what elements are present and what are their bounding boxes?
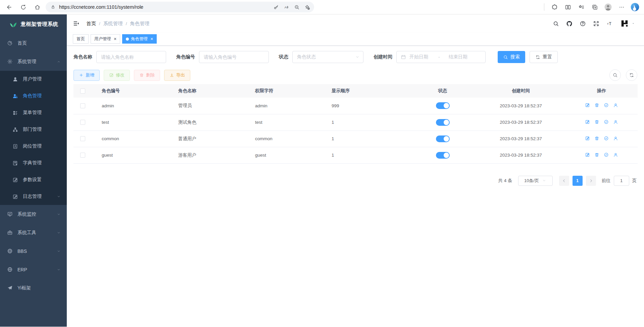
status-toggle[interactable]	[436, 135, 450, 142]
row-assign-user-button[interactable]	[613, 119, 618, 124]
table-toolbar-right	[609, 69, 637, 81]
sidebar-item-system-tools[interactable]: 系统工具	[0, 223, 67, 242]
sidebar-item-label: ERP	[17, 267, 27, 272]
filter-form: 角色名称 角色编号 状态 角色状态 创建时间	[73, 51, 637, 63]
goto-page-input[interactable]	[614, 176, 629, 186]
browser-copilot-button[interactable]	[629, 1, 641, 13]
close-tab-icon[interactable]: ×	[114, 37, 116, 41]
delete-button[interactable]: 删除	[134, 70, 160, 81]
globe-icon	[7, 267, 13, 272]
close-tab-icon[interactable]: ×	[150, 37, 153, 41]
select-all-checkbox[interactable]	[80, 89, 85, 94]
row-edit-button[interactable]	[585, 119, 590, 124]
row-checkbox[interactable]	[80, 153, 85, 158]
row-checkbox[interactable]	[80, 103, 85, 108]
browser-collections-button[interactable]	[589, 1, 600, 13]
user-menu[interactable]	[620, 19, 635, 28]
row-assign-user-button[interactable]	[613, 136, 618, 141]
row-assign-user-button[interactable]	[613, 103, 618, 108]
row-checkbox[interactable]	[80, 120, 85, 125]
refresh-table-button[interactable]	[626, 69, 637, 81]
row-delete-button[interactable]	[594, 152, 599, 157]
date-range-picker[interactable]: 开始日期 - 结束日期	[396, 51, 486, 63]
status-toggle[interactable]	[436, 119, 450, 126]
sidebar-item-system-monitor[interactable]: 系统监控	[0, 205, 67, 223]
browser-profile-button[interactable]	[602, 1, 614, 13]
key-button[interactable]	[271, 2, 281, 12]
sidebar-item-dict-management[interactable]: 字典管理	[0, 155, 67, 171]
sidebar-item-log-management[interactable]: 日志管理	[0, 188, 67, 205]
header-font-size-button[interactable]: TT	[606, 20, 613, 27]
add-button[interactable]: 新增	[73, 70, 100, 81]
breadcrumb-item[interactable]: 首页	[86, 20, 96, 27]
header-question-button[interactable]	[580, 20, 586, 27]
cell-order: 999	[323, 98, 409, 114]
url-text[interactable]: https://ccnetcore.com:1101/system/role	[59, 4, 271, 10]
sidebar-item-home[interactable]: 首页	[0, 34, 67, 52]
reset-button[interactable]: 重置	[530, 51, 558, 63]
start-date-placeholder[interactable]: 开始日期	[409, 54, 428, 60]
dictionary-icon	[12, 160, 18, 166]
status-toggle[interactable]	[436, 152, 450, 159]
header-search-button[interactable]	[553, 20, 559, 27]
end-date-placeholder[interactable]: 结束日期	[449, 54, 467, 60]
status-select[interactable]: 角色状态	[292, 51, 363, 63]
row-delete-button[interactable]	[594, 103, 599, 108]
search-button[interactable]: 搜索	[498, 51, 525, 63]
tab-user-management[interactable]: 用户管理×	[91, 34, 120, 44]
sidebar-item-role-management[interactable]: 角色管理	[0, 88, 67, 104]
export-button[interactable]: 导出	[164, 70, 190, 81]
collapse-sidebar-button[interactable]	[73, 20, 80, 27]
show-search-button[interactable]	[609, 69, 621, 81]
question-icon	[580, 20, 586, 27]
browser-extensions-button[interactable]	[549, 1, 560, 13]
row-delete-button[interactable]	[594, 119, 599, 124]
row-checkbox[interactable]	[80, 136, 85, 141]
row-edit-button[interactable]	[585, 103, 590, 108]
read-aloud-button[interactable]: A	[282, 2, 291, 12]
row-edit-button[interactable]	[585, 136, 590, 141]
row-assign-user-button[interactable]	[613, 152, 618, 157]
page-size-select[interactable]: 10条/页	[518, 176, 553, 186]
breadcrumb-item[interactable]: 系统管理	[103, 20, 123, 27]
sidebar-item-post-management[interactable]: 岗位管理	[0, 138, 67, 155]
row-data-scope-button[interactable]	[604, 136, 609, 141]
browser-home-button[interactable]	[32, 1, 43, 13]
breadcrumb-item[interactable]: 角色管理	[130, 20, 149, 27]
role-name-input[interactable]	[96, 51, 166, 63]
browser-split-screen-button[interactable]	[562, 1, 574, 13]
sidebar-item-yi-framework[interactable]: Yi框架	[0, 279, 67, 297]
prev-page-button[interactable]	[559, 176, 569, 186]
zoom-out-button[interactable]	[292, 2, 302, 12]
row-data-scope-button[interactable]	[604, 103, 609, 108]
data-scope-icon	[604, 136, 609, 141]
url-bar[interactable]: https://ccnetcore.com:1101/system/role A	[46, 2, 314, 12]
sidebar-item-erp[interactable]: ERP	[0, 260, 67, 279]
sidebar-item-user-management[interactable]: 用户管理	[0, 71, 67, 88]
sidebar-item-bbs[interactable]: BBS	[0, 242, 67, 260]
browser-refresh-button[interactable]	[17, 1, 29, 13]
sidebar-item-param-settings[interactable]: 参数设置	[0, 171, 67, 188]
tab-home[interactable]: 首页	[73, 34, 89, 44]
edit-button[interactable]: 修改	[104, 70, 130, 81]
favorite-add-button[interactable]	[302, 2, 312, 12]
tab-role-management[interactable]: 角色管理×	[122, 34, 157, 44]
row-delete-button[interactable]	[594, 136, 599, 141]
browser-more-button[interactable]	[616, 1, 627, 13]
next-page-button[interactable]	[586, 176, 596, 186]
browser-favorites-bar-button[interactable]	[576, 1, 587, 13]
cell-order: 1	[323, 114, 409, 130]
row-data-scope-button[interactable]	[604, 152, 609, 157]
row-edit-button[interactable]	[585, 152, 590, 157]
table-row: test测试角色test12023-03-29 18:52:37	[73, 114, 638, 130]
sidebar-item-dept-management[interactable]: 部门管理	[0, 121, 67, 138]
header-github-button[interactable]	[566, 20, 573, 27]
status-toggle[interactable]	[436, 102, 450, 109]
header-fullscreen-button[interactable]	[593, 20, 599, 27]
sidebar-item-system-management[interactable]: 系统管理	[0, 52, 67, 71]
browser-back-button[interactable]	[3, 1, 15, 13]
sidebar-item-menu-management[interactable]: 菜单管理	[0, 104, 67, 121]
page-button[interactable]: 1	[573, 176, 583, 186]
role-code-input[interactable]	[199, 51, 269, 63]
row-data-scope-button[interactable]	[604, 119, 609, 124]
